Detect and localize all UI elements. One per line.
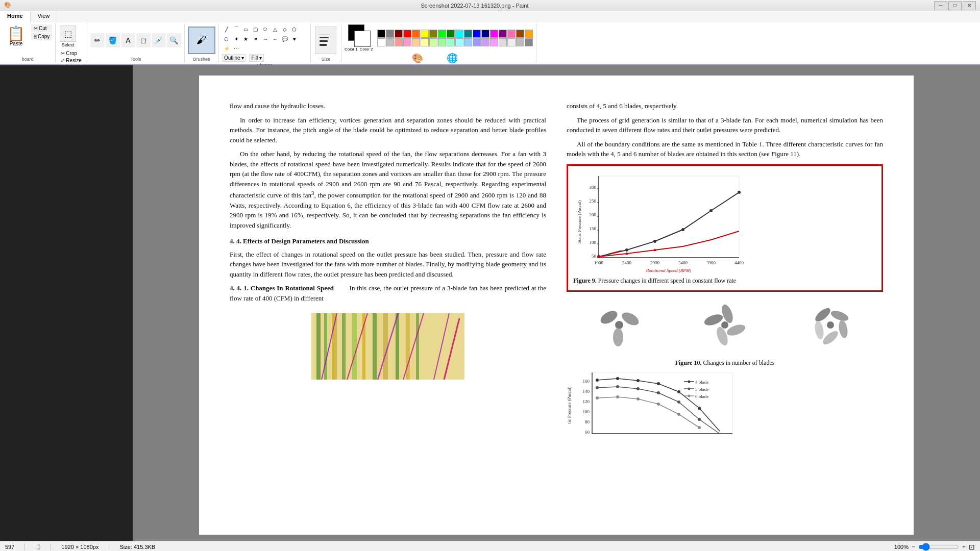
maximize-button[interactable]: □ [948, 1, 962, 10]
coords-value: 597 [5, 544, 14, 550]
color-swatch[interactable] [438, 38, 446, 46]
color-swatch[interactable] [377, 38, 385, 46]
svg-point-62 [829, 309, 849, 322]
color-swatch[interactable] [403, 30, 411, 38]
shape-hexagon[interactable]: ⬡ [222, 34, 231, 43]
color-swatch[interactable] [395, 30, 403, 38]
color2-box[interactable] [354, 31, 371, 47]
color-swatch[interactable] [490, 38, 498, 46]
color-swatch[interactable] [386, 38, 394, 46]
outline-dropdown[interactable]: Outline ▾ [222, 54, 246, 62]
shape-pentagon[interactable]: ⬠ [290, 24, 299, 34]
status-sep-3 [109, 543, 109, 550]
zoom-plus-icon[interactable]: ＋ [961, 543, 967, 550]
svg-text:2400: 2400 [622, 260, 632, 265]
color-swatch[interactable] [447, 38, 455, 46]
shape-more[interactable]: ⋯ [232, 44, 241, 53]
color-swatch[interactable] [464, 30, 472, 38]
select-crop-row: ⬚ Select [59, 24, 77, 48]
close-button[interactable]: ✕ [963, 1, 976, 10]
pencil-tool[interactable]: ✏ [90, 33, 105, 47]
tab-home[interactable]: Home [0, 11, 31, 23]
color-swatch[interactable] [481, 38, 489, 46]
shape-triangle[interactable]: △ [271, 24, 280, 34]
size-lines [320, 35, 332, 46]
magnifier-tool[interactable]: 🔍 [167, 33, 181, 47]
zoom-minus-icon[interactable]: － [911, 543, 916, 550]
color-swatch[interactable] [403, 38, 411, 46]
color-swatch[interactable] [516, 30, 524, 38]
tools-group: ✏ 🪣 A ◻ 💉 🔍 Tools [87, 23, 185, 63]
color-swatch[interactable] [455, 30, 463, 38]
fill-dropdown[interactable]: Fill ▾ [249, 54, 264, 62]
resize-button[interactable]: ⤢ Resize [59, 57, 84, 64]
color-swatch[interactable] [481, 30, 489, 38]
colors-main: Color 1 Color 2 [345, 24, 533, 52]
color-swatch[interactable] [377, 30, 385, 38]
color-swatch[interactable] [525, 38, 533, 46]
color-swatch[interactable] [499, 38, 507, 46]
shape-curve[interactable]: ⌒ [232, 24, 241, 34]
tools-label: Tools [90, 56, 181, 62]
shape-lightning[interactable]: ⚡ [222, 44, 231, 53]
main-area: flow and cause the hydraulic losses. In … [0, 65, 980, 541]
shape-star6[interactable]: ✶ [251, 34, 260, 43]
figure-9-caption: Figure 9. Pressure changes in different … [573, 276, 876, 285]
shape-arrow-right[interactable]: → [261, 34, 270, 43]
color-picker-tool[interactable]: 💉 [152, 33, 166, 47]
color-swatch[interactable] [429, 38, 437, 46]
color-swatch[interactable] [421, 38, 429, 46]
color-swatch[interactable] [464, 38, 472, 46]
copy-button[interactable]: ⎘ Copy [31, 33, 52, 40]
shape-star5[interactable]: ★ [241, 34, 251, 43]
shape-star4[interactable]: ✦ [232, 34, 241, 43]
zoom-slider[interactable] [918, 543, 959, 551]
shape-rect[interactable]: ▭ [241, 24, 251, 34]
color-swatch[interactable] [412, 38, 420, 46]
brushes-button[interactable]: 🖌 [188, 27, 215, 54]
color-swatch[interactable] [429, 30, 437, 38]
color-swatch[interactable] [473, 30, 481, 38]
text-tool[interactable]: A [121, 33, 135, 47]
color-swatch[interactable] [507, 38, 516, 46]
tab-view[interactable]: View [31, 11, 58, 22]
color-swatch[interactable] [499, 30, 507, 38]
shape-heart[interactable]: ♥ [290, 34, 299, 43]
shape-roundrect[interactable]: ▢ [251, 24, 260, 34]
size-button[interactable] [315, 27, 336, 54]
shape-callout[interactable]: 💬 [280, 34, 289, 43]
cut-button[interactable]: ✂ Cut [31, 24, 52, 32]
crop-button[interactable]: ✂ Crop [59, 50, 79, 57]
svg-rect-18 [599, 176, 739, 258]
color-swatch[interactable] [386, 30, 394, 38]
title-bar-text: Screenshot 2022-07-13 161320.png - Paint [15, 3, 934, 9]
zoom-fit-icon[interactable]: ⊡ [969, 543, 975, 551]
color-swatch[interactable] [412, 30, 420, 38]
color-swatch[interactable] [473, 38, 481, 46]
shape-ellipse[interactable]: ⬭ [261, 24, 270, 34]
color-swatch[interactable] [395, 38, 403, 46]
svg-text:80: 80 [585, 419, 590, 424]
color-swatch[interactable] [455, 38, 463, 46]
color-swatch[interactable] [525, 30, 533, 38]
select-button[interactable]: ⬚ Select [59, 24, 77, 48]
svg-point-44 [681, 228, 684, 231]
minimize-button[interactable]: ─ [934, 1, 947, 10]
shape-diamond[interactable]: ◇ [280, 24, 289, 34]
color-preview-area [348, 24, 370, 46]
color-swatch[interactable] [421, 30, 429, 38]
color-swatch[interactable] [490, 30, 498, 38]
svg-point-64 [821, 329, 840, 346]
canvas-area[interactable]: flow and cause the hydraulic losses. In … [133, 65, 980, 541]
color-swatch[interactable] [447, 30, 455, 38]
svg-text:100: 100 [583, 409, 590, 414]
shape-line[interactable]: ╱ [222, 24, 231, 34]
color-swatch[interactable] [507, 30, 516, 38]
eraser-tool[interactable]: ◻ [136, 33, 151, 47]
fill-tool[interactable]: 🪣 [106, 33, 120, 47]
shape-arrow-left[interactable]: ← [271, 34, 280, 43]
color-swatch[interactable] [516, 38, 524, 46]
color-swatch[interactable] [438, 30, 446, 38]
zoom-area: 100% － ＋ ⊡ [894, 543, 975, 551]
paste-button[interactable]: 📋 Paste [3, 24, 29, 48]
